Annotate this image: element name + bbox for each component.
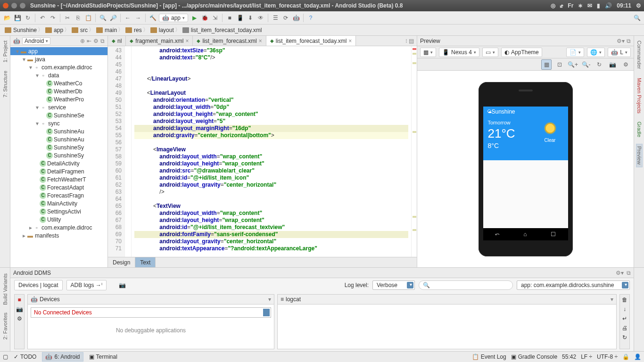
- tree-row[interactable]: CWeatherCo: [10, 79, 107, 87]
- breadcrumb-item[interactable]: main: [94, 26, 121, 34]
- loglevel-selector[interactable]: Verbose: [372, 280, 415, 290]
- locale-selector[interactable]: 🌐▾: [587, 48, 605, 57]
- device-selector[interactable]: No Connected Devices: [31, 307, 271, 318]
- tab-maven[interactable]: Maven Projects: [636, 76, 642, 115]
- copy-icon[interactable]: ⎘: [74, 14, 82, 22]
- find-icon[interactable]: 🔍: [99, 14, 107, 22]
- tree-row[interactable]: CSunshineSe: [10, 111, 107, 119]
- minimize-icon[interactable]: [11, 3, 17, 8]
- gear-icon[interactable]: ⚙▾: [616, 270, 624, 276]
- restart-icon[interactable]: ↻: [622, 334, 627, 341]
- tree-row[interactable]: CSunshineAu: [10, 135, 107, 143]
- avd-icon[interactable]: 📱: [236, 14, 244, 22]
- fold-gutter[interactable]: [125, 46, 132, 257]
- tree-row[interactable]: CFetchWeatherT: [10, 175, 107, 183]
- save-icon[interactable]: 💾: [13, 14, 22, 22]
- close-icon[interactable]: ×: [259, 38, 262, 44]
- warning-marker[interactable]: [413, 216, 416, 218]
- maximize-icon[interactable]: [20, 3, 25, 8]
- breadcrumb-item[interactable]: app: [43, 26, 67, 34]
- screenshot-icon[interactable]: 📷: [607, 59, 618, 70]
- terminal-tab[interactable]: ▣ Terminal: [89, 352, 117, 362]
- hide-icon[interactable]: ⧉: [100, 38, 105, 44]
- editor-tab[interactable]: ◆fragment_main.xml×: [126, 36, 193, 46]
- activity-selector[interactable]: 📄▾: [566, 48, 584, 57]
- debug-icon[interactable]: 🐞: [200, 14, 209, 22]
- logcat-body[interactable]: [277, 304, 617, 349]
- tree-row[interactable]: CWeatherPro: [10, 95, 107, 103]
- todo-tab[interactable]: ✓ TODO: [14, 352, 36, 362]
- wifi-icon[interactable]: ⸙: [560, 2, 563, 9]
- android-tab[interactable]: 🤖 6: Android: [42, 352, 83, 362]
- open-icon[interactable]: 📂: [3, 14, 11, 22]
- paste-icon[interactable]: 📋: [84, 14, 92, 22]
- tab-preview[interactable]: Preview: [636, 144, 643, 167]
- tree-row[interactable]: CDetailFragmen: [10, 167, 107, 175]
- gradle-console-tab[interactable]: ▣ Gradle Console: [511, 354, 557, 360]
- replace-icon[interactable]: 🔎: [109, 14, 117, 22]
- tree-row[interactable]: CWeatherDb: [10, 87, 107, 95]
- api-selector[interactable]: 🤖L▾: [608, 48, 631, 57]
- select-icon[interactable]: ▦: [541, 59, 552, 70]
- zoom-out-icon[interactable]: 🔍-: [581, 59, 591, 70]
- scroll-icon[interactable]: ↓: [623, 306, 626, 313]
- tab-gradle[interactable]: Gradle: [636, 120, 642, 139]
- project-view-selector[interactable]: Android ▾: [22, 37, 50, 45]
- orientation-selector[interactable]: ▭▾: [482, 48, 498, 57]
- warning-marker[interactable]: [413, 62, 416, 64]
- settings-icon[interactable]: ⚙: [17, 315, 22, 322]
- editor-tab[interactable]: ◆list_item_forecast.xml×: [193, 36, 266, 46]
- hector-icon[interactable]: 👤: [634, 354, 641, 360]
- breadcrumb-item[interactable]: Sunshine: [3, 26, 41, 34]
- tab-favorites[interactable]: 2: Favorites: [2, 311, 8, 341]
- tree-row[interactable]: ▾▫data: [10, 71, 107, 79]
- cut-icon[interactable]: ✂: [63, 14, 72, 22]
- insert-mode-icon[interactable]: 🔒: [622, 354, 629, 360]
- camera-icon[interactable]: 📷: [16, 306, 23, 313]
- search-icon[interactable]: 🔍: [633, 14, 641, 22]
- undo-icon[interactable]: ↶: [38, 14, 47, 22]
- logcat-search[interactable]: 🔍: [419, 280, 513, 290]
- keyboard-lang[interactable]: Fr: [568, 2, 573, 9]
- stop-icon[interactable]: ■: [225, 14, 234, 22]
- close-icon[interactable]: [3, 3, 8, 8]
- refresh-icon[interactable]: ↻: [594, 59, 604, 70]
- power-icon[interactable]: ⚙: [636, 2, 641, 9]
- tree-row[interactable]: ▾▫com.example.didroc: [10, 63, 107, 71]
- make-icon[interactable]: 🔨: [149, 14, 157, 22]
- battery-icon[interactable]: ▮: [597, 2, 600, 9]
- settings-icon[interactable]: ⚙: [620, 59, 631, 70]
- tree-row[interactable]: CSunshineAu: [10, 127, 107, 135]
- hide-icon[interactable]: ⧉: [627, 270, 631, 276]
- volume-icon[interactable]: 🔊: [605, 2, 612, 9]
- tree-row[interactable]: CForecastAdapt: [10, 183, 107, 191]
- encoding[interactable]: UTF-8 ÷: [597, 354, 618, 360]
- error-marker[interactable]: [413, 48, 416, 50]
- tab-structure[interactable]: 7: Structure: [2, 69, 8, 99]
- attach-icon[interactable]: ⇲: [211, 14, 219, 22]
- android-icon[interactable]: 🤖: [292, 14, 300, 22]
- tree-row[interactable]: ▾▫sync: [10, 119, 107, 127]
- tab-commander[interactable]: Commander: [636, 39, 642, 71]
- device-selector[interactable]: 📱Nexus 4▾: [439, 48, 479, 57]
- run-icon[interactable]: ▶: [190, 14, 198, 22]
- event-log-tab[interactable]: 📋 Event Log: [472, 354, 506, 360]
- chrome-icon[interactable]: ◎: [551, 2, 555, 9]
- breadcrumb-item[interactable]: list_item_forecast_today.xml: [181, 26, 266, 34]
- theme-selector[interactable]: ◐AppTheme: [501, 48, 542, 57]
- wrap-icon[interactable]: ↵: [622, 315, 627, 322]
- code-editor[interactable]: android:textSize="36sp" android:text="8°…: [132, 46, 411, 257]
- editor-tab[interactable]: ◆nl: [108, 36, 126, 46]
- tree-row[interactable]: CSunshineSy: [10, 151, 107, 159]
- bluetooth-icon[interactable]: ∗: [578, 2, 583, 9]
- breadcrumb-item[interactable]: layout: [149, 26, 178, 34]
- tree-row[interactable]: CDetailActivity: [10, 159, 107, 167]
- sync-icon[interactable]: ↻: [24, 14, 32, 22]
- sync-gradle-icon[interactable]: ⟳: [281, 14, 290, 22]
- gear-icon[interactable]: ⚙: [93, 38, 99, 44]
- warning-marker[interactable]: [413, 131, 416, 133]
- print-icon[interactable]: 🖨: [622, 325, 627, 331]
- tree-row[interactable]: CMainActivity: [10, 199, 107, 207]
- panel-toggle-icon[interactable]: ▢: [3, 354, 8, 360]
- project-tree[interactable]: ▾▬app▾▬java▾▫com.example.didroc▾▫dataCWe…: [10, 46, 107, 267]
